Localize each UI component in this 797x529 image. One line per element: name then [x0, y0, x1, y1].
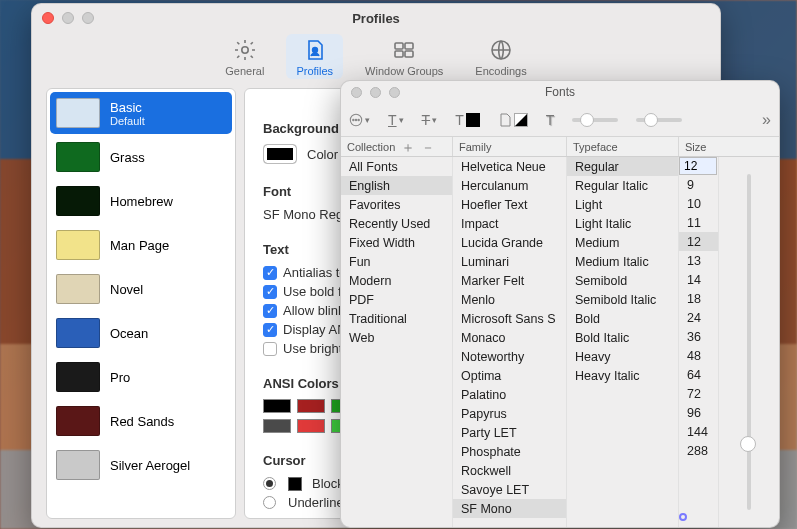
- list-item[interactable]: 9: [679, 175, 718, 194]
- checkbox-icon[interactable]: ✓: [263, 266, 277, 280]
- checkbox-icon[interactable]: ✓: [263, 323, 277, 337]
- list-item[interactable]: Light Italic: [567, 214, 678, 233]
- list-item[interactable]: Medium: [567, 233, 678, 252]
- list-item[interactable]: Rockwell: [453, 461, 566, 480]
- background-color-well[interactable]: [263, 144, 297, 164]
- shadow-blur-slider[interactable]: [636, 118, 682, 122]
- list-item[interactable]: Regular Italic: [567, 176, 678, 195]
- list-item[interactable]: Recently Used: [341, 214, 452, 233]
- sidebar-item-pro[interactable]: Pro: [50, 356, 232, 398]
- list-item[interactable]: 24: [679, 308, 718, 327]
- slider-knob[interactable]: [740, 436, 756, 452]
- list-item[interactable]: 288: [679, 441, 718, 460]
- list-item[interactable]: 96: [679, 403, 718, 422]
- document-color-button[interactable]: [498, 113, 528, 127]
- font-actions-menu[interactable]: ▾: [349, 113, 370, 127]
- list-item[interactable]: Herculanum: [453, 176, 566, 195]
- list-item[interactable]: Luminari: [453, 252, 566, 271]
- toolbar-window-groups[interactable]: Window Groups: [355, 34, 453, 79]
- list-item[interactable]: Web: [341, 328, 452, 347]
- list-item[interactable]: Hoefler Text: [453, 195, 566, 214]
- list-item[interactable]: Bold: [567, 309, 678, 328]
- list-item[interactable]: Phosphate: [453, 442, 566, 461]
- checkbox-icon[interactable]: ✓: [263, 304, 277, 318]
- list-item[interactable]: Palatino: [453, 385, 566, 404]
- sidebar-item-basic[interactable]: Basic Default: [50, 92, 232, 134]
- globe-icon: [489, 38, 513, 62]
- list-item[interactable]: Menlo: [453, 290, 566, 309]
- list-item[interactable]: Fixed Width: [341, 233, 452, 252]
- list-item[interactable]: Fun: [341, 252, 452, 271]
- toolbar-general[interactable]: General: [215, 34, 274, 79]
- underline-menu[interactable]: T▾: [388, 112, 404, 128]
- list-item[interactable]: Helvetica Neue: [453, 157, 566, 176]
- sidebar-item-man-page[interactable]: Man Page: [50, 224, 232, 266]
- collection-list[interactable]: All FontsEnglishFavoritesRecently UsedFi…: [341, 157, 453, 527]
- list-item[interactable]: Savoye LET: [453, 480, 566, 499]
- add-collection-icon[interactable]: ＋: [401, 140, 415, 154]
- list-item[interactable]: Semibold Italic: [567, 290, 678, 309]
- list-item[interactable]: 36: [679, 327, 718, 346]
- list-item[interactable]: 48: [679, 346, 718, 365]
- sidebar-item-red-sands[interactable]: Red Sands: [50, 400, 232, 442]
- radio-icon[interactable]: [263, 496, 276, 509]
- strikethrough-menu[interactable]: T▾: [422, 112, 438, 128]
- size-slider[interactable]: [747, 174, 751, 510]
- sidebar-item-novel[interactable]: Novel: [50, 268, 232, 310]
- list-item[interactable]: Lucida Grande: [453, 233, 566, 252]
- list-item[interactable]: Papyrus: [453, 404, 566, 423]
- list-item[interactable]: Microsoft Sans S: [453, 309, 566, 328]
- ansi-swatch[interactable]: [297, 419, 325, 433]
- list-item[interactable]: English: [341, 176, 452, 195]
- list-item[interactable]: Impact: [453, 214, 566, 233]
- list-item[interactable]: 13: [679, 251, 718, 270]
- list-item[interactable]: Optima: [453, 366, 566, 385]
- list-item[interactable]: Favorites: [341, 195, 452, 214]
- ansi-swatch[interactable]: [263, 419, 291, 433]
- list-item[interactable]: Monaco: [453, 328, 566, 347]
- list-item[interactable]: Traditional: [341, 309, 452, 328]
- list-item[interactable]: Semibold: [567, 271, 678, 290]
- list-item[interactable]: 18: [679, 289, 718, 308]
- shadow-opacity-slider[interactable]: [572, 118, 618, 122]
- remove-collection-icon[interactable]: －: [421, 140, 435, 154]
- list-item[interactable]: All Fonts: [341, 157, 452, 176]
- sidebar-item-homebrew[interactable]: Homebrew: [50, 180, 232, 222]
- list-item[interactable]: Heavy: [567, 347, 678, 366]
- sidebar-item-grass[interactable]: Grass: [50, 136, 232, 178]
- checkbox-icon[interactable]: [263, 342, 277, 356]
- list-item[interactable]: Modern: [341, 271, 452, 290]
- sidebar-item-silver-aerogel[interactable]: Silver Aerogel: [50, 444, 232, 486]
- toolbar-encodings[interactable]: Encodings: [465, 34, 536, 79]
- list-item[interactable]: 10: [679, 194, 718, 213]
- ansi-swatch[interactable]: [297, 399, 325, 413]
- list-item[interactable]: SF Mono: [453, 499, 566, 518]
- list-item[interactable]: 144: [679, 422, 718, 441]
- list-item[interactable]: Light: [567, 195, 678, 214]
- radio-icon[interactable]: [263, 477, 276, 490]
- list-item[interactable]: 72: [679, 384, 718, 403]
- list-item[interactable]: Noteworthy: [453, 347, 566, 366]
- list-item[interactable]: Bold Italic: [567, 328, 678, 347]
- overflow-chevron-icon[interactable]: »: [762, 111, 771, 129]
- list-item[interactable]: Medium Italic: [567, 252, 678, 271]
- checkbox-icon[interactable]: ✓: [263, 285, 277, 299]
- ansi-swatch[interactable]: [263, 399, 291, 413]
- list-item[interactable]: 12: [679, 232, 718, 251]
- sidebar-item-ocean[interactable]: Ocean: [50, 312, 232, 354]
- list-item[interactable]: Heavy Italic: [567, 366, 678, 385]
- toolbar-profiles[interactable]: Profiles: [286, 34, 343, 79]
- typeface-list[interactable]: RegularRegular ItalicLightLight ItalicMe…: [567, 157, 679, 527]
- list-item[interactable]: Regular: [567, 157, 678, 176]
- size-input[interactable]: [679, 157, 717, 175]
- list-item[interactable]: 11: [679, 213, 718, 232]
- shadow-toggle[interactable]: T: [546, 112, 555, 128]
- list-item[interactable]: PDF: [341, 290, 452, 309]
- list-item[interactable]: Marker Felt: [453, 271, 566, 290]
- list-item[interactable]: 64: [679, 365, 718, 384]
- family-list[interactable]: Helvetica NeueHerculanumHoefler TextImpa…: [453, 157, 567, 527]
- list-item[interactable]: 14: [679, 270, 718, 289]
- text-color-button[interactable]: T: [455, 112, 480, 128]
- profiles-sidebar[interactable]: Basic Default Grass Homebrew Man Page No…: [46, 88, 236, 519]
- list-item[interactable]: Party LET: [453, 423, 566, 442]
